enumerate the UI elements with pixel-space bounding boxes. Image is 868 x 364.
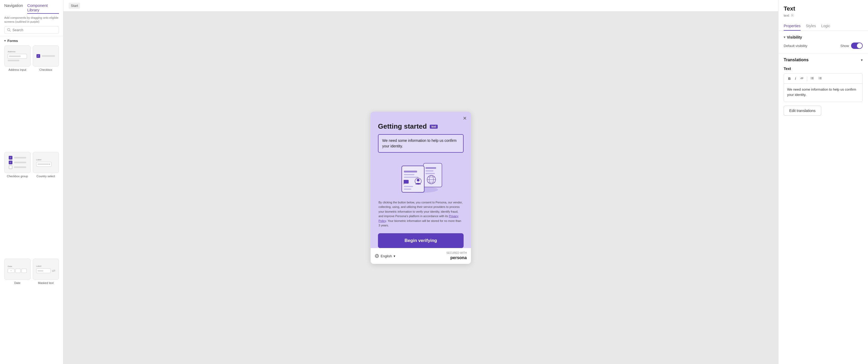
cb1: ✓ — [9, 156, 12, 160]
panel-tabs: Properties Styles Logic — [778, 22, 868, 31]
tab-styles[interactable]: Styles — [806, 22, 816, 31]
language-selector[interactable]: English ▾ — [375, 254, 395, 258]
svg-rect-6 — [426, 170, 433, 171]
sidebar-hint: Add components by dragging onto eligible… — [4, 16, 59, 24]
list-unordered-icon — [810, 76, 814, 80]
svg-rect-5 — [426, 167, 436, 169]
rich-text-toolbar: B I — [784, 73, 863, 84]
translations-header: Translations ▾ — [784, 58, 863, 62]
svg-rect-22 — [404, 189, 411, 190]
visibility-section: ▾ Visibility Default visibility Show — [778, 31, 868, 53]
list-ordered-icon: 1. 2. 3. — [818, 76, 822, 80]
checkbox-preview: ✓ — [36, 54, 40, 58]
panel-header: Text text ⎘ — [778, 0, 868, 22]
svg-line-1 — [10, 31, 11, 32]
dropdown-arrow: ▾ — [394, 254, 395, 258]
checkbox-group-preview: ✓ ✓ — [7, 154, 28, 171]
svg-point-30 — [811, 78, 811, 78]
chevron-icon: ▾ — [4, 39, 6, 42]
svg-rect-7 — [426, 173, 435, 174]
svg-rect-13 — [402, 166, 424, 192]
modal-illustration — [378, 158, 464, 195]
link-button[interactable] — [799, 76, 805, 81]
edit-translations-button[interactable]: Edit translations — [784, 106, 821, 116]
component-card-address-input[interactable]: Address Address input — [4, 45, 31, 150]
modal-content: Getting started text We need some inform… — [371, 112, 471, 248]
svg-point-20 — [417, 179, 420, 181]
translations-section: Translations ▾ Text B I — [778, 53, 868, 120]
text-field-label: Text — [784, 67, 863, 71]
visibility-row: Default visibility Show — [784, 42, 863, 49]
translations-title: Translations — [784, 58, 809, 62]
start-tab[interactable]: Start — [69, 3, 80, 9]
show-label: Show — [840, 44, 849, 48]
component-preview-checkbox: ✓ — [33, 45, 59, 67]
svg-rect-14 — [404, 171, 417, 172]
component-card-date[interactable]: Date ▾ Date — [4, 259, 31, 363]
tab-component-library[interactable]: Component Library — [27, 3, 59, 14]
component-card-checkbox-group[interactable]: ✓ ✓ Checkbox group — [4, 152, 31, 256]
cta-button[interactable]: Begin verifying — [378, 233, 464, 248]
search-input[interactable] — [12, 28, 56, 32]
search-box[interactable] — [4, 26, 59, 34]
persona-badge: SECURED WITH persona — [446, 251, 467, 261]
sidebar-header: Navigation Component Library Add compone… — [0, 0, 63, 36]
panel-subtitle: text — [784, 13, 789, 18]
modal-description: We need some information to help us conf… — [378, 134, 464, 153]
svg-rect-16 — [404, 177, 418, 178]
text-badge: text — [430, 125, 438, 129]
italic-button[interactable]: I — [794, 76, 797, 81]
cb3 — [9, 165, 12, 169]
modal-close-button[interactable]: ✕ — [463, 116, 467, 121]
component-preview-checkbox-group: ✓ ✓ — [4, 152, 31, 173]
link-icon — [800, 76, 804, 80]
bold-button[interactable]: B — [787, 76, 792, 81]
modal-container: ✕ Getting started text We need some info… — [371, 112, 471, 264]
svg-point-29 — [811, 77, 811, 78]
language-label: English — [381, 254, 392, 258]
list-unordered-button[interactable] — [809, 76, 815, 81]
rich-text-content[interactable]: We need some information to help us conf… — [784, 84, 863, 102]
right-panel: Text text ⎘ Properties Styles Logic ▾ Vi… — [778, 0, 868, 364]
illustration-svg — [394, 158, 447, 195]
masked-text-preview: Label — [36, 265, 56, 273]
section-header-forms: ▾ Forms — [0, 36, 63, 44]
modal-title: Getting started text — [378, 122, 464, 131]
cb2: ✓ — [9, 161, 12, 164]
section-chevron-icon: ▾ — [784, 35, 785, 39]
main-canvas: Start ✕ Getting started text We need som… — [63, 0, 778, 364]
component-preview-date: Date ▾ — [4, 259, 31, 280]
component-preview-masked-text: Label — [33, 259, 59, 280]
svg-rect-21 — [404, 186, 413, 187]
tab-logic[interactable]: Logic — [821, 22, 830, 31]
svg-rect-17 — [404, 180, 409, 184]
component-label: Masked text — [38, 281, 54, 285]
globe-icon — [375, 254, 379, 258]
component-label: Country select — [36, 175, 55, 178]
panel-subtitle-row: text ⎘ — [784, 13, 863, 18]
canvas-area: ✕ Getting started text We need some info… — [63, 12, 778, 364]
copy-icon[interactable]: ⎘ — [792, 13, 794, 18]
component-card-checkbox[interactable]: ✓ Checkbox — [33, 45, 59, 150]
date-preview: ▾ — [8, 269, 27, 273]
visibility-section-header: ▾ Visibility — [784, 35, 863, 39]
svg-text:3.: 3. — [819, 78, 819, 79]
svg-point-31 — [811, 79, 811, 79]
visibility-section-title: ▾ Visibility — [784, 35, 802, 39]
tab-properties[interactable]: Properties — [784, 22, 801, 31]
component-card-masked-text[interactable]: Label Masked text — [33, 259, 59, 363]
component-label: Checkbox — [39, 68, 52, 71]
toolbar-divider — [807, 76, 807, 81]
sidebar-nav-tabs: Navigation Component Library — [4, 3, 59, 14]
panel-title: Text — [784, 5, 863, 12]
sidebar: Navigation Component Library Add compone… — [0, 0, 63, 364]
modal-consent-text: By clicking the button below, you consen… — [378, 200, 464, 228]
visibility-toggle[interactable] — [851, 42, 863, 49]
list-ordered-button[interactable]: 1. 2. 3. — [817, 76, 823, 81]
translations-chevron-icon[interactable]: ▾ — [861, 58, 863, 62]
modal-footer: English ▾ SECURED WITH persona — [371, 248, 471, 264]
search-icon — [7, 28, 11, 32]
tab-navigation[interactable]: Navigation — [4, 3, 23, 14]
component-preview-address: Address — [4, 45, 31, 67]
component-card-country-select[interactable]: Label ▾ Country select — [33, 152, 59, 256]
